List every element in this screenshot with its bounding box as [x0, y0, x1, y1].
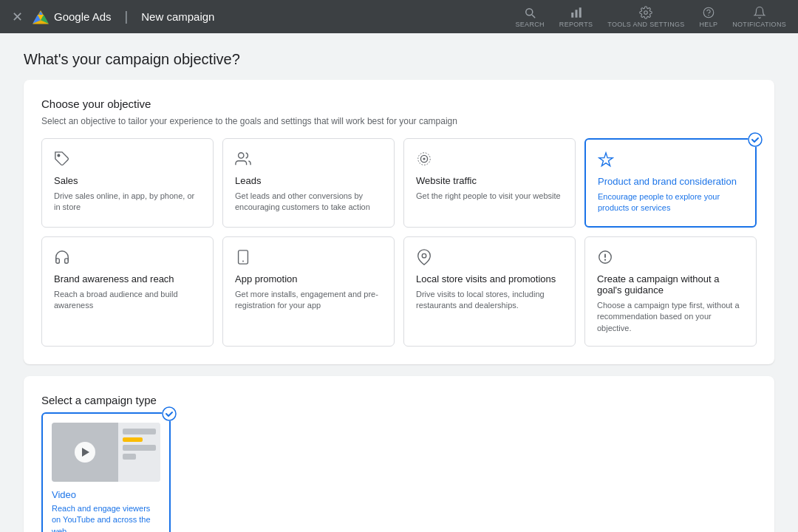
app-promotion-title: App promotion: [235, 273, 382, 284]
objective-product-brand[interactable]: Product and brand consideration Encourag…: [584, 138, 757, 228]
product-brand-check-icon: [748, 132, 763, 147]
website-traffic-title: Website traffic: [416, 175, 563, 186]
app-logo: Google Ads: [32, 8, 112, 26]
brand-awareness-title: Brand awareness and reach: [54, 273, 201, 284]
no-guidance-title: Create a campaign without a goal's guida…: [597, 273, 744, 296]
svg-point-8: [703, 7, 714, 18]
leads-title: Leads: [235, 175, 382, 186]
svg-point-9: [709, 15, 709, 16]
notifications-icon: [753, 6, 766, 19]
video-thumbnail: [52, 423, 160, 482]
app-name-label: Google Ads: [54, 10, 112, 23]
objective-card-title: Choose your objective: [41, 98, 757, 110]
search-nav-button[interactable]: SEARCH: [516, 6, 545, 28]
svg-point-20: [605, 259, 606, 260]
video-thumb-strip-yellow: [123, 437, 143, 442]
video-thumb-left-panel: [52, 423, 118, 482]
google-ads-logo-icon: [32, 8, 50, 26]
reports-nav-button[interactable]: REPORTS: [559, 6, 593, 28]
video-campaign-type-desc: Reach and engage viewers on YouTube and …: [52, 503, 160, 532]
check-circle-icon: [748, 132, 763, 147]
header-actions: SEARCH REPORTS TOOLS AND SETTINGS HELP N…: [516, 6, 786, 28]
notifications-nav-label: NOTIFICATIONS: [732, 21, 786, 28]
video-thumb-strip-3: [123, 454, 136, 460]
svg-rect-7: [579, 7, 581, 18]
product-brand-title: Product and brand consideration: [598, 176, 743, 187]
close-button[interactable]: ✕: [12, 9, 23, 25]
app-promotion-icon: [235, 249, 382, 267]
objective-grid: Sales Drive sales online, in app, by pho…: [41, 138, 757, 347]
svg-point-18: [422, 253, 426, 258]
help-icon: [702, 6, 715, 19]
website-traffic-desc: Get the right people to visit your websi…: [416, 191, 563, 202]
svg-point-21: [163, 407, 176, 420]
no-guidance-desc: Choose a campaign type first, without a …: [597, 300, 744, 334]
app-header: ✕ Google Ads | New campaign SEARC: [0, 0, 798, 33]
objective-card: Choose your objective Select an objectiv…: [24, 80, 774, 364]
local-store-icon: [416, 249, 563, 267]
brand-awareness-desc: Reach a broad audience and build awarene…: [54, 289, 201, 312]
local-store-title: Local store visits and promotions: [416, 273, 563, 284]
campaign-type-card-title: Select a campaign type: [41, 394, 757, 406]
tools-settings-icon: [639, 6, 652, 19]
svg-point-10: [58, 154, 60, 157]
video-thumb-strip-2: [123, 445, 156, 451]
video-check-icon: [162, 406, 177, 421]
campaign-type-grid: Video Reach and engage viewers on YouTub…: [41, 412, 757, 532]
objective-local-store[interactable]: Local store visits and promotions Drive …: [403, 236, 576, 347]
objective-no-guidance[interactable]: Create a campaign without a goal's guida…: [584, 236, 757, 347]
sales-desc: Drive sales online, in app, by phone, or…: [54, 191, 201, 214]
main-content: What's your campaign objective? Choose y…: [0, 33, 798, 532]
objective-leads[interactable]: Leads Get leads and other conversions by…: [222, 138, 395, 228]
help-nav-label: HELP: [700, 21, 718, 28]
objective-app-promotion[interactable]: App promotion Get more installs, engagem…: [222, 236, 395, 347]
campaign-title-label: New campaign: [141, 10, 214, 23]
video-thumb-background: [52, 423, 160, 482]
video-check-circle-icon: [162, 406, 177, 421]
svg-rect-6: [575, 10, 577, 18]
reports-icon: [570, 6, 583, 19]
campaign-type-card: Select a campaign type: [24, 376, 774, 532]
objective-website-traffic[interactable]: Website traffic Get the right people to …: [403, 138, 576, 228]
tools-settings-nav-label: TOOLS AND SETTINGS: [607, 21, 684, 28]
website-traffic-icon: [416, 151, 563, 169]
video-thumb-strip-1: [123, 429, 156, 434]
product-brand-desc: Encourage people to explore your product…: [598, 191, 743, 214]
page-title: What's your campaign objective?: [24, 51, 774, 68]
app-promotion-desc: Get more installs, engagement and pre-re…: [235, 289, 382, 312]
play-button-icon: [75, 442, 95, 463]
tools-settings-nav-button[interactable]: TOOLS AND SETTINGS: [607, 6, 684, 28]
product-brand-icon: [598, 151, 743, 170]
svg-point-11: [239, 153, 244, 158]
objective-brand-awareness[interactable]: Brand awareness and reach Reach a broad …: [41, 236, 214, 347]
svg-rect-5: [571, 13, 573, 18]
reports-nav-label: REPORTS: [559, 21, 593, 28]
header-divider: |: [125, 9, 129, 24]
search-nav-label: SEARCH: [516, 21, 545, 28]
campaign-type-video[interactable]: Video Reach and engage viewers on YouTub…: [41, 412, 171, 532]
svg-point-15: [748, 133, 762, 146]
help-nav-button[interactable]: HELP: [700, 6, 718, 28]
leads-icon: [235, 151, 382, 169]
sales-title: Sales: [54, 175, 201, 186]
leads-desc: Get leads and other conversions by encou…: [235, 191, 382, 214]
no-guidance-icon: [597, 249, 744, 267]
objective-sales[interactable]: Sales Drive sales online, in app, by pho…: [41, 138, 214, 228]
video-campaign-type-name: Video: [52, 489, 160, 500]
video-thumb-right-panel: [118, 423, 160, 482]
notifications-nav-button[interactable]: NOTIFICATIONS: [732, 6, 786, 28]
objective-card-subtitle: Select an objective to tailor your exper…: [41, 116, 757, 126]
svg-point-12: [423, 158, 425, 160]
local-store-desc: Drive visits to local stores, including …: [416, 289, 563, 312]
brand-awareness-icon: [54, 249, 201, 267]
search-icon: [523, 6, 536, 19]
sales-icon: [54, 151, 201, 169]
